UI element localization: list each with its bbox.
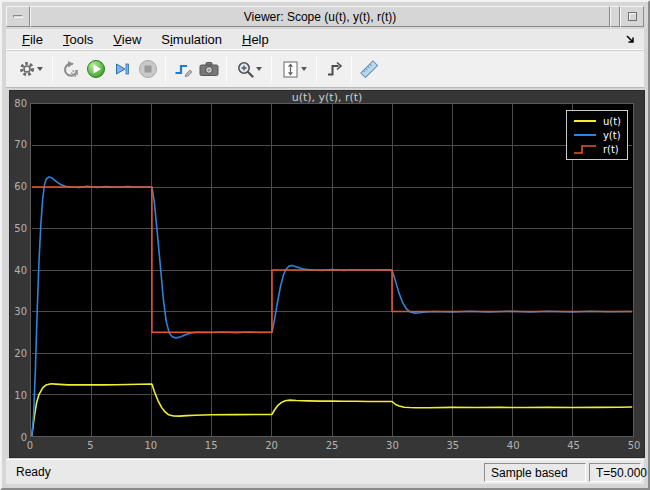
x-tick-label: 30 xyxy=(378,440,406,451)
menu-tools[interactable]: Tools xyxy=(53,30,103,49)
plot-svg[interactable] xyxy=(30,103,634,437)
zoom-button[interactable] xyxy=(231,55,267,83)
legend-item: r(t) xyxy=(573,142,621,156)
x-tick-label: 40 xyxy=(499,440,527,451)
run-button[interactable] xyxy=(83,55,109,83)
ruler-icon xyxy=(359,59,379,79)
sample-mode-indicator: Sample based xyxy=(484,463,586,482)
toolbar-separator xyxy=(52,56,53,82)
x-tick-label: 25 xyxy=(318,440,346,451)
dropdown-caret-icon xyxy=(301,67,307,71)
stop-icon xyxy=(138,59,158,79)
y-tick-label: 70 xyxy=(10,139,27,150)
legend-line-swatch xyxy=(573,115,597,127)
titlebar: Viewer: Scope (u(t), y(t), r(t)) xyxy=(6,6,644,27)
legend-step-swatch xyxy=(573,143,597,155)
legend-label: y(t) xyxy=(603,130,621,141)
x-tick-label: 45 xyxy=(560,440,588,451)
legend-label: r(t) xyxy=(603,144,619,155)
legend[interactable]: u(t)y(t)r(t) xyxy=(566,110,628,160)
x-tick-label: 50 xyxy=(620,440,648,451)
maximize-button[interactable] xyxy=(620,6,644,27)
gear-icon xyxy=(18,60,36,78)
x-tick-label: 10 xyxy=(137,440,165,451)
menu-simulation[interactable]: Simulation xyxy=(151,30,232,49)
toolbar-separator xyxy=(226,56,227,82)
highlight-simulink-block-button[interactable] xyxy=(170,55,196,83)
menu-file[interactable]: File xyxy=(12,30,53,49)
x-tick-label: 0 xyxy=(16,440,44,451)
toolbar xyxy=(6,50,644,88)
y-tick-label: 20 xyxy=(10,348,27,359)
y-tick-label: 30 xyxy=(10,306,27,317)
status-message: Ready xyxy=(16,465,51,479)
snapshot-button[interactable] xyxy=(196,55,222,83)
menu-view[interactable]: View xyxy=(103,30,151,49)
step-forward-button[interactable] xyxy=(109,55,135,83)
y-tick-label: 60 xyxy=(10,181,27,192)
step-forward-icon xyxy=(113,60,131,78)
y-tick-label: 50 xyxy=(10,223,27,234)
scope-display: u(t), y(t), r(t) 01020304050607080 05101… xyxy=(9,90,645,458)
settings-button[interactable] xyxy=(12,55,48,83)
simulation-time-indicator: T=50.000 xyxy=(589,463,641,482)
fit-to-view-icon xyxy=(281,60,300,79)
stop-button[interactable] xyxy=(135,55,161,83)
scope-viewer-window: Viewer: Scope (u(t), y(t), r(t)) FileToo… xyxy=(0,0,650,490)
toolbar-separator xyxy=(271,56,272,82)
x-tick-label: 20 xyxy=(258,440,286,451)
legend-item: u(t) xyxy=(573,114,621,128)
camera-icon xyxy=(198,60,220,78)
menu-help[interactable]: Help xyxy=(232,30,279,49)
x-tick-label: 5 xyxy=(76,440,104,451)
toolbar-separator xyxy=(351,56,352,82)
dropdown-caret-icon xyxy=(37,67,43,71)
legend-item: y(t) xyxy=(573,128,621,142)
highlight-block-icon xyxy=(173,60,193,78)
scale-axes-button[interactable] xyxy=(276,55,312,83)
y-tick-label: 80 xyxy=(10,98,27,109)
menu-overflow-arrow[interactable] xyxy=(624,33,636,45)
legend-line-swatch xyxy=(573,129,597,141)
legend-label: u(t) xyxy=(603,116,621,127)
arrow-southeast-icon xyxy=(624,33,636,45)
dropdown-caret-icon xyxy=(256,67,262,71)
titlebar-grip[interactable] xyxy=(610,6,620,27)
step-back-icon xyxy=(61,60,80,79)
toolbar-separator xyxy=(165,56,166,82)
zoom-in-magnifier-icon xyxy=(236,60,255,79)
x-tick-label: 35 xyxy=(439,440,467,451)
window-title: Viewer: Scope (u(t), y(t), r(t)) xyxy=(30,6,610,27)
maximize-icon xyxy=(628,12,637,21)
y-tick-label: 10 xyxy=(10,390,27,401)
measurements-button[interactable] xyxy=(356,55,382,83)
menu-bar-items: FileToolsViewSimulationHelp xyxy=(6,30,279,49)
x-tick-label: 15 xyxy=(197,440,225,451)
run-play-icon xyxy=(86,59,106,79)
trigger-signal-icon xyxy=(325,60,344,78)
window-menu-button[interactable] xyxy=(6,6,30,27)
window-menu-icon xyxy=(13,15,23,18)
menu-bar: FileToolsViewSimulationHelp xyxy=(6,29,644,50)
toolbar-separator xyxy=(316,56,317,82)
step-back-button[interactable] xyxy=(57,55,83,83)
y-tick-label: 40 xyxy=(10,265,27,276)
triggers-button[interactable] xyxy=(321,55,347,83)
status-bar: Ready Sample based T=50.000 xyxy=(6,459,644,484)
